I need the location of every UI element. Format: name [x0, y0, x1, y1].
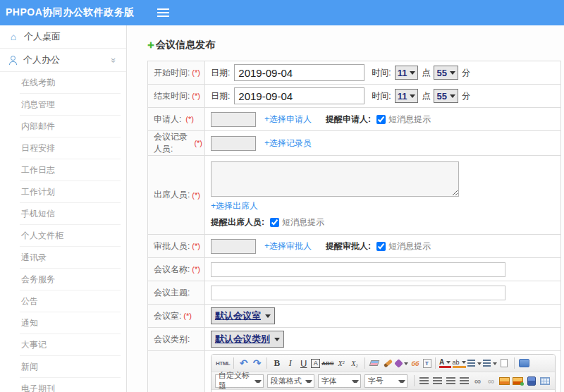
start-hour-select[interactable]: 11 [395, 66, 419, 80]
underline-button[interactable]: U [298, 357, 309, 370]
align-center-icon[interactable] [431, 374, 443, 388]
sidebar-item-personal-office[interactable]: 个人办公 » [0, 49, 126, 72]
bold-button[interactable]: B [271, 357, 283, 370]
font-family-select[interactable]: 字体 [318, 374, 361, 388]
upload-image-icon[interactable] [512, 374, 524, 388]
start-date-input[interactable] [234, 64, 364, 81]
meeting-category-select[interactable]: 默认会议类别 [211, 331, 284, 348]
align-right-icon[interactable] [445, 374, 457, 388]
end-hour-select[interactable]: 11 [395, 89, 419, 103]
sidebar-item-internal-mail[interactable]: 内部邮件 [20, 116, 121, 137]
clear-format-brush-icon[interactable] [382, 357, 394, 370]
approver-input[interactable] [211, 239, 256, 254]
approver-row: 审批人员: (*) +选择审批人 提醒审批人: 短消息提示 [148, 235, 560, 258]
attendees-sms-checkbox[interactable] [270, 218, 279, 227]
font-color-button[interactable]: A [439, 359, 451, 368]
insert-link-icon[interactable]: ∞ [472, 374, 484, 388]
person-icon [8, 56, 18, 65]
eraser-icon[interactable] [369, 357, 381, 370]
sidebar-item-meeting-service[interactable]: 会务服务 [20, 269, 121, 290]
sidebar-item-work-plan[interactable]: 工作计划 [20, 181, 121, 203]
field-label: 会议主题: [154, 287, 190, 299]
paste-text-button[interactable]: T [423, 359, 431, 368]
font-size-select[interactable]: 字号 [364, 374, 407, 388]
insert-image-icon[interactable] [498, 374, 510, 388]
align-left-icon[interactable] [418, 374, 430, 388]
sidebar-item-attendance[interactable]: 在线考勤 [20, 72, 121, 94]
undo-button[interactable]: ↶ [238, 357, 250, 370]
strikethrough-button[interactable]: ABC [321, 357, 333, 370]
start-minute-select[interactable]: 55 [434, 66, 458, 80]
blockquote-button[interactable]: 66 [410, 357, 422, 370]
meeting-subject-input[interactable] [211, 286, 505, 300]
date-label: 日期: [211, 90, 230, 102]
new-page-icon[interactable] [498, 357, 510, 370]
format-wand-icon[interactable] [396, 357, 408, 370]
superscript-button[interactable]: X² [336, 357, 348, 370]
required-mark: (*) [192, 92, 200, 100]
applicant-sms-checkbox[interactable] [376, 115, 386, 124]
meeting-name-input[interactable] [211, 262, 505, 277]
attendees-textarea[interactable] [211, 161, 459, 197]
paragraph-format-select[interactable]: 段落格式 [267, 374, 314, 388]
editor-toolbar-row2: 自定义标题 段落格式 字体 字号 ∞ ∞ [212, 372, 555, 390]
choose-applicant-link[interactable]: +选择申请人 [264, 114, 312, 125]
remind-approver-label: 提醒审批人: [326, 240, 371, 252]
applicant-input[interactable] [211, 112, 256, 127]
align-justify-icon[interactable] [458, 374, 470, 388]
sidebar-item-news[interactable]: 新闻 [20, 356, 121, 378]
insert-media-icon[interactable] [525, 374, 537, 388]
sidebar-item-schedule[interactable]: 日程安排 [20, 137, 121, 159]
unordered-list-button[interactable] [483, 357, 497, 370]
sidebar-item-work-log[interactable]: 工作日志 [20, 159, 121, 181]
insert-table-icon[interactable] [539, 374, 551, 388]
heading-style-select[interactable]: 自定义标题 [215, 374, 264, 388]
remove-link-icon[interactable]: ∞ [485, 374, 497, 388]
choose-attendees-link[interactable]: +选择出席人 [211, 201, 258, 211]
redo-button[interactable]: ↷ [251, 357, 263, 370]
recorder-input[interactable] [211, 136, 256, 151]
rich-text-editor: HTML ↶ ↷ B I U A ABC X² X₂ [211, 354, 556, 392]
sidebar-item-notices[interactable]: 通知 [20, 312, 121, 334]
sidebar-item-e-journal[interactable]: 电子期刊 [20, 378, 121, 392]
char-border-button[interactable]: A [311, 359, 320, 368]
field-label: 会议名称: [154, 264, 190, 276]
editor-toolbar-row1: HTML ↶ ↷ B I U A ABC X² X₂ [212, 355, 555, 372]
meeting-name-row: 会议名称: (*) [148, 258, 560, 281]
time-label: 时间: [372, 90, 391, 102]
minute-unit: 分 [462, 90, 470, 102]
subscript-button[interactable]: X₂ [349, 357, 361, 370]
end-minute-select[interactable]: 55 [434, 89, 458, 103]
remind-attendees-label: 提醒出席人员: [211, 216, 264, 228]
recorder-row: 会议记录人员: (*) +选择记录员 [148, 131, 560, 156]
sidebar: ⌂ 个人桌面 个人办公 » 在线考勤 消息管理 内部邮件 日程安排 工作日志 工… [0, 25, 127, 392]
sidebar-item-contacts[interactable]: 通讯录 [20, 247, 121, 269]
hour-unit: 点 [422, 67, 430, 79]
choose-recorder-link[interactable]: +选择记录员 [264, 137, 312, 149]
approver-sms-checkbox[interactable] [376, 242, 386, 251]
sidebar-item-announcements[interactable]: 公告 [20, 290, 121, 312]
date-label: 日期: [211, 67, 230, 79]
sidebar-item-messages[interactable]: 消息管理 [20, 94, 121, 116]
source-code-button[interactable]: HTML [216, 357, 230, 370]
highlight-color-button[interactable]: ab [453, 359, 466, 368]
meeting-form: 开始时间: (*) 日期: 时间: 11 点 55 分 结束时间: (*) [147, 61, 561, 392]
page-title: + 会议信息发布 [147, 38, 564, 52]
sidebar-item-file-cabinet[interactable]: 个人文件柜 [20, 225, 121, 247]
required-mark: (*) [192, 265, 200, 274]
meeting-room-select[interactable]: 默认会议室 [211, 307, 275, 324]
sidebar-item-memorabilia[interactable]: 大事记 [20, 334, 121, 356]
ordered-list-button[interactable] [467, 357, 482, 370]
menu-icon[interactable] [157, 8, 169, 17]
italic-button[interactable]: I [284, 357, 296, 370]
applicant-row: 申请人: (*) +选择申请人 提醒申请人: 短消息提示 [148, 108, 560, 131]
choose-approver-link[interactable]: +选择审批人 [264, 240, 312, 252]
required-mark: (*) [183, 312, 192, 320]
app-title: PHPOA协同办公软件政务版 [0, 6, 135, 19]
fullscreen-icon[interactable] [518, 357, 530, 370]
end-date-input[interactable] [234, 87, 364, 104]
field-label: 会议记录人员: [154, 131, 192, 155]
plus-icon: + [147, 38, 154, 52]
sidebar-item-sms[interactable]: 手机短信 [20, 203, 121, 225]
sidebar-item-desktop[interactable]: ⌂ 个人桌面 [0, 25, 126, 49]
